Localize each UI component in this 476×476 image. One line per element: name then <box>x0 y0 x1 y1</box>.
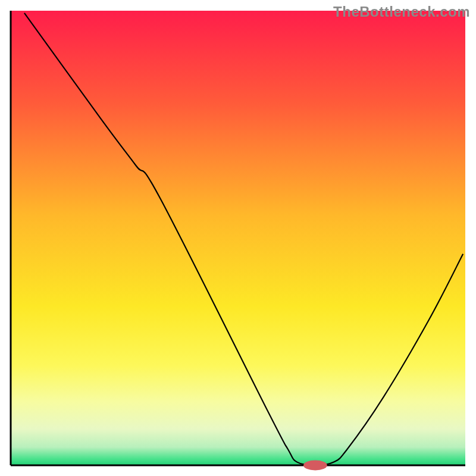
bottleneck-chart <box>0 0 476 476</box>
chart-container: TheBottleneck.com <box>0 0 476 476</box>
plot-background <box>11 11 465 465</box>
watermark-label: TheBottleneck.com <box>333 4 470 20</box>
optimal-marker <box>303 461 327 471</box>
